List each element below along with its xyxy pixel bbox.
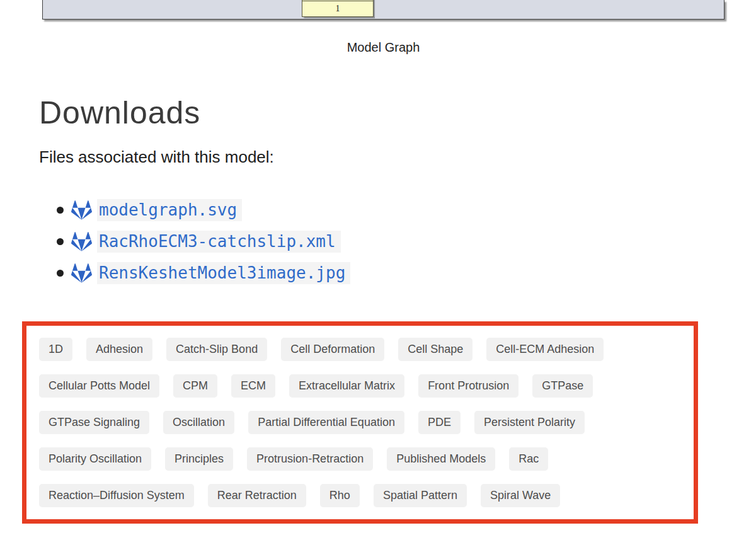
- downloads-heading: Downloads: [39, 95, 756, 132]
- tag-pill[interactable]: Oscillation: [163, 411, 234, 434]
- list-bullet: [57, 238, 64, 245]
- tag-pill[interactable]: 1D: [39, 338, 72, 361]
- list-bullet: [57, 270, 64, 277]
- gitlab-icon: [71, 231, 93, 252]
- tag-pill[interactable]: PDE: [418, 411, 461, 434]
- tag-pill[interactable]: Extracellular Matrix: [289, 374, 404, 398]
- tag-pill[interactable]: Published Models: [387, 447, 495, 471]
- tag-pill[interactable]: Principles: [165, 447, 233, 471]
- tag-pill[interactable]: CPM: [173, 374, 217, 398]
- figure-caption: Model Graph: [42, 40, 724, 55]
- tag-pill[interactable]: Front Protrusion: [418, 374, 518, 398]
- tag-pill[interactable]: Persistent Polarity: [474, 411, 585, 434]
- tag-pill[interactable]: ECM: [231, 374, 275, 398]
- tag-pill[interactable]: Reaction–Diffusion System: [39, 484, 194, 507]
- tag-pill[interactable]: Partial Differential Equation: [248, 411, 404, 434]
- downloads-intro: Files associated with this model:: [39, 147, 756, 168]
- tag-pill[interactable]: Spatial Pattern: [374, 484, 467, 507]
- list-bullet: [57, 207, 64, 214]
- tag-pill[interactable]: Polarity Oscillation: [39, 447, 151, 471]
- tag-pill[interactable]: Adhesion: [86, 338, 152, 361]
- tag-pill[interactable]: Cell Deformation: [281, 338, 384, 361]
- tag-pill[interactable]: Catch-Slip Bond: [166, 338, 267, 361]
- tag-pill[interactable]: Cell Shape: [398, 338, 472, 361]
- file-list-item: RensKeshetModel3image.jpg: [57, 262, 756, 284]
- tag-pill[interactable]: Cell-ECM Adhesion: [486, 338, 604, 361]
- gitlab-icon: [71, 200, 93, 221]
- model-graph-figure: 1: [42, 0, 724, 20]
- tags-annotation-box: 1D Adhesion Catch-Slip Bond Cell Deforma…: [22, 321, 698, 524]
- graph-node: 1: [302, 0, 374, 17]
- tag-pill[interactable]: Spiral Wave: [481, 484, 560, 507]
- tag-pill[interactable]: GTPase: [532, 374, 593, 398]
- file-download-link[interactable]: RacRhoECM3-catchslip.xml: [97, 231, 341, 253]
- file-download-link[interactable]: modelgraph.svg: [97, 199, 242, 221]
- tag-pill[interactable]: Rac: [509, 447, 548, 471]
- tag-pill[interactable]: GTPase Signaling: [39, 411, 149, 434]
- file-list-item: RacRhoECM3-catchslip.xml: [57, 231, 756, 252]
- tag-pill[interactable]: Protrusion-Retraction: [247, 447, 373, 471]
- file-download-link[interactable]: RensKeshetModel3image.jpg: [97, 262, 350, 284]
- graph-node-cell: 1: [302, 1, 373, 16]
- tag-pill[interactable]: Cellular Potts Model: [39, 374, 159, 398]
- gitlab-icon: [71, 263, 93, 284]
- file-list: modelgraph.svg RacRhoECM3-catchslip.xml …: [57, 199, 756, 284]
- tag-pill[interactable]: Rho: [320, 484, 360, 507]
- file-list-item: modelgraph.svg: [57, 199, 756, 221]
- tag-pill[interactable]: Rear Retraction: [208, 484, 306, 507]
